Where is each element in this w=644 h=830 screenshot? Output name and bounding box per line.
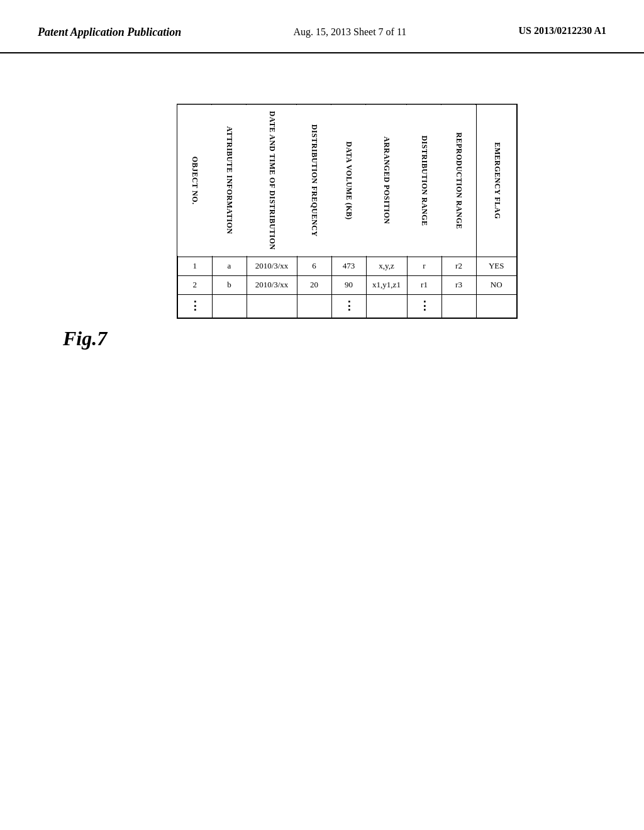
table-body: 1a2010/3/xx6473x,y,zrr2YES2b2010/3/xx209… [177,257,517,318]
table-cell: r [407,257,441,276]
table-row: 2b2010/3/xx2090x1,y1,z1r1r3NO [177,276,517,295]
table-cell: ⋮ [407,295,441,318]
table-row: 1a2010/3/xx6473x,y,zrr2YES [177,257,517,276]
table-cell: YES [476,257,517,276]
col-header-dist-freq: DISTRIBUTION FREQUENCY [297,104,331,257]
table-cell: NO [476,276,517,295]
table-cell: 473 [331,257,366,276]
data-table: OBJECT NO. ATTRIBUTE INFORMATION DATE AN… [177,104,518,318]
table-cell: 6 [297,257,331,276]
table-row: ⋮⋮⋮ [177,295,517,318]
col-header-attribute: ATTRIBUTE INFORMATION [212,104,247,257]
table-cell: 1 [177,257,212,276]
col-header-object-no: OBJECT NO. [177,104,212,257]
table-cell: 90 [331,276,366,295]
table-cell: r3 [441,276,476,295]
table-cell: 2010/3/xx [247,257,297,276]
table-cell: 20 [297,276,331,295]
figure-label: Fig.7 [63,327,107,350]
content-area: OBJECT NO. ATTRIBUTE INFORMATION DATE AN… [0,53,644,318]
table-cell [441,295,476,318]
table-cell: ⋮ [331,295,366,318]
table-cell: 2 [177,276,212,295]
table-cell: ⋮ [177,295,212,318]
publication-label: Patent Application Publication [38,25,181,40]
table-cell [297,295,331,318]
table-cell: a [212,257,247,276]
sheet-info: Aug. 15, 2013 Sheet 7 of 11 [293,25,406,39]
col-header-dist-range: DISTRIBUTION RANGE [407,104,441,257]
col-header-arranged: ARRANGED POSITION [366,104,407,257]
table-wrapper: OBJECT NO. ATTRIBUTE INFORMATION DATE AN… [177,104,518,318]
table-cell: r2 [441,257,476,276]
col-header-data-vol: DATA VOLUME (KB) [331,104,366,257]
table-cell: 2010/3/xx [247,276,297,295]
table-cell: r1 [407,276,441,295]
table-header-row: OBJECT NO. ATTRIBUTE INFORMATION DATE AN… [177,104,517,257]
page-header: Patent Application Publication Aug. 15, … [0,0,644,53]
table-cell: x1,y1,z1 [366,276,407,295]
table-cell [476,295,517,318]
col-header-emergency: EMERGENCY FLAG [476,104,517,257]
patent-number: US 2013/0212230 A1 [518,25,606,36]
table-cell [366,295,407,318]
col-header-datetime: DATE AND TIME OF DISTRIBUTION [247,104,297,257]
col-header-repro-range: REPRODUCTION RANGE [441,104,476,257]
table-cell [212,295,247,318]
table-cell: x,y,z [366,257,407,276]
table-cell: b [212,276,247,295]
table-cell [247,295,297,318]
